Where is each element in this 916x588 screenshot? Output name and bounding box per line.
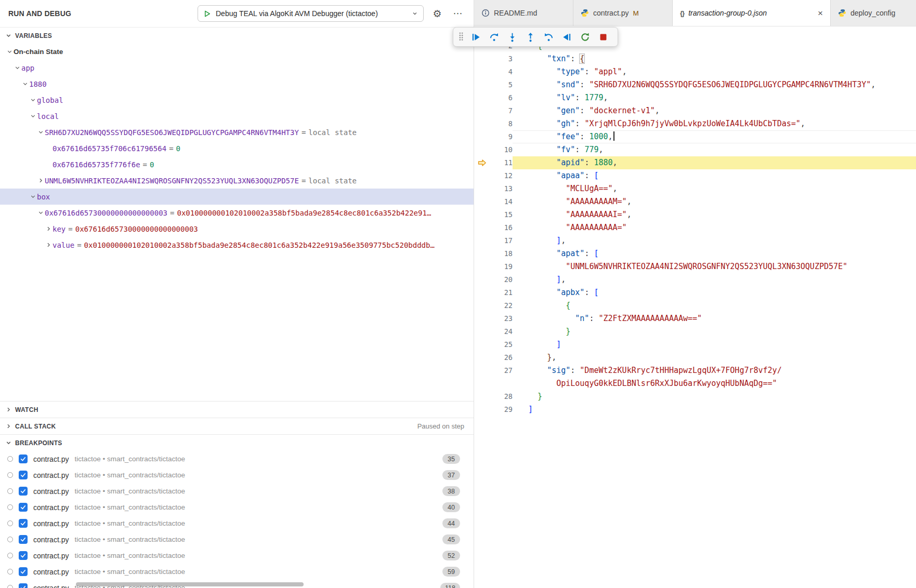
gear-icon[interactable]: ⚙ <box>430 8 444 20</box>
line-number[interactable]: 4 <box>490 65 513 78</box>
line-number[interactable]: 13 <box>490 182 513 195</box>
line-number[interactable]: 8 <box>490 117 513 130</box>
tab-readme[interactable]: README.md <box>474 0 573 26</box>
breakpoint-checkbox[interactable] <box>19 567 28 576</box>
restart-button[interactable] <box>576 29 594 45</box>
line-number[interactable]: 6 <box>490 91 513 104</box>
code-editor[interactable]: 1[2 {3 "txn": {4 "type": "appl",5 "snd":… <box>474 26 916 588</box>
gutter-glyph[interactable] <box>474 403 490 416</box>
step-back-button[interactable] <box>540 29 557 45</box>
breakpoint-checkbox[interactable] <box>19 455 28 463</box>
line-number[interactable] <box>490 377 513 390</box>
line-number[interactable]: 12 <box>490 169 513 182</box>
debug-config-dropdown[interactable]: Debug TEAL via AlgoKit AVM Debugger (tic… <box>198 5 424 22</box>
line-number[interactable]: 29 <box>490 403 513 416</box>
breakpoint-row[interactable]: contract.pytictactoe • smart_contracts/t… <box>0 483 474 499</box>
code-line[interactable]: 12 "apaa": [ <box>474 169 916 182</box>
code-line[interactable]: 6 "lv": 1779, <box>474 91 916 104</box>
gutter-glyph[interactable] <box>474 117 490 130</box>
gutter-glyph[interactable] <box>474 130 490 143</box>
breakpoint-circle-icon[interactable] <box>7 585 13 588</box>
stop-button[interactable] <box>594 29 612 45</box>
line-number[interactable]: 27 <box>490 364 513 377</box>
code-line[interactable]: 11 "apid": 1880, <box>474 156 916 169</box>
line-number[interactable]: 17 <box>490 234 513 247</box>
line-number[interactable]: 9 <box>490 130 513 143</box>
code-line[interactable]: 14 "AAAAAAAAAM=", <box>474 195 916 208</box>
variable-row[interactable]: 0x67616d65735f776f6e=0 <box>0 156 474 172</box>
line-number[interactable]: 18 <box>490 247 513 260</box>
variable-row[interactable]: key=0x67616d65730000000000000003 <box>0 221 474 237</box>
variables-section-header[interactable]: VARIABLES <box>0 28 474 44</box>
breakpoints-section-header[interactable]: BREAKPOINTS <box>0 434 474 451</box>
gutter-glyph[interactable] <box>474 325 490 338</box>
variable-row[interactable]: app <box>0 60 474 76</box>
line-number[interactable]: 25 <box>490 338 513 351</box>
gutter-glyph[interactable] <box>474 351 490 364</box>
tab-contract-py[interactable]: contract.py M <box>573 0 673 26</box>
code-line[interactable]: 13 "MCLUgA==", <box>474 182 916 195</box>
breakpoint-checkbox[interactable] <box>19 535 28 544</box>
breakpoint-circle-icon[interactable] <box>7 569 13 574</box>
more-actions-icon[interactable]: ⋯ <box>451 8 465 19</box>
gutter-glyph[interactable] <box>474 65 490 78</box>
breakpoint-checkbox[interactable] <box>19 471 28 479</box>
gutter-glyph[interactable] <box>474 208 490 221</box>
variable-row[interactable]: global <box>0 92 474 108</box>
breakpoint-checkbox[interactable] <box>19 519 28 528</box>
line-number[interactable]: 20 <box>490 273 513 286</box>
breakpoint-checkbox[interactable] <box>19 503 28 512</box>
line-number[interactable]: 11 <box>490 156 513 169</box>
code-line[interactable]: 24 } <box>474 325 916 338</box>
breakpoint-row[interactable]: contract.pytictactoe • smart_contracts/t… <box>0 499 474 515</box>
code-line[interactable]: 5 "snd": "SRH6D7XU2N6WQQ5SSYDQFG5ESO6JWE… <box>474 78 916 91</box>
line-number[interactable]: 23 <box>490 312 513 325</box>
code-line[interactable]: 22 { <box>474 299 916 312</box>
code-line[interactable]: 9 "fee": 1000, <box>474 130 916 143</box>
horizontal-scrollbar[interactable] <box>76 582 304 586</box>
tab-transaction-group-json[interactable]: {} transaction-group-0.json × <box>673 0 831 26</box>
breakpoint-row[interactable]: contract.pytictactoe • smart_contracts/t… <box>0 515 474 531</box>
line-number[interactable]: 7 <box>490 104 513 117</box>
code-line[interactable]: 27 "sig": "DmeWt2zKUkRryc7tHHHapwzLgqUX+… <box>474 364 916 377</box>
line-number[interactable]: 14 <box>490 195 513 208</box>
code-line[interactable]: 23 "n": "Z2FtZXMAAAAAAAAAAw==" <box>474 312 916 325</box>
step-over-button[interactable] <box>485 29 503 45</box>
line-number[interactable]: 10 <box>490 143 513 156</box>
breakpoint-circle-icon[interactable] <box>7 488 13 494</box>
step-into-button[interactable] <box>503 29 521 45</box>
code-line[interactable]: 15 "AAAAAAAAAI=", <box>474 208 916 221</box>
drag-handle-icon[interactable] <box>456 32 466 42</box>
gutter-glyph[interactable] <box>474 143 490 156</box>
code-line[interactable]: 20 ], <box>474 273 916 286</box>
debug-current-line-arrow-icon[interactable] <box>474 156 490 169</box>
gutter-glyph[interactable] <box>474 104 490 117</box>
code-line[interactable]: 18 "apat": [ <box>474 247 916 260</box>
reverse-continue-button[interactable] <box>558 29 575 45</box>
breakpoint-circle-icon[interactable] <box>7 537 13 542</box>
gutter-glyph[interactable] <box>474 273 490 286</box>
code-line[interactable]: 3 "txn": { <box>474 52 916 65</box>
code-line[interactable]: 8 "gh": "XrjqMlCpJ6h9h7jyVw0bLvkpzUoWeIA… <box>474 117 916 130</box>
breakpoint-circle-icon[interactable] <box>7 472 13 478</box>
code-line[interactable]: 26 }, <box>474 351 916 364</box>
gutter-glyph[interactable] <box>474 247 490 260</box>
code-line[interactable]: 29] <box>474 403 916 416</box>
watch-section-header[interactable]: WATCH <box>0 401 474 418</box>
gutter-glyph[interactable] <box>474 234 490 247</box>
code-line[interactable]: OpiLouqyG0kkEDLBNlsr6RxXJbu6arKwyoyqHUbN… <box>474 377 916 390</box>
breakpoint-row[interactable]: contract.pytictactoe • smart_contracts/t… <box>0 467 474 483</box>
variable-row[interactable]: 0x67616d65735f706c61796564=0 <box>0 140 474 156</box>
line-number[interactable]: 19 <box>490 260 513 273</box>
code-line[interactable]: 28 } <box>474 390 916 403</box>
variable-row[interactable]: On-chain State <box>0 44 474 60</box>
breakpoint-circle-icon[interactable] <box>7 456 13 462</box>
gutter-glyph[interactable] <box>474 221 490 234</box>
code-line[interactable]: 19 "UNML6W5NVHRIKTEOZAA4NI2SWQROSGNFNY2Q… <box>474 260 916 273</box>
gutter-glyph[interactable] <box>474 377 490 390</box>
line-number[interactable]: 22 <box>490 299 513 312</box>
gutter-glyph[interactable] <box>474 390 490 403</box>
variable-row[interactable]: box <box>0 189 474 205</box>
gutter-glyph[interactable] <box>474 91 490 104</box>
code-line[interactable]: 21 "apbx": [ <box>474 286 916 299</box>
